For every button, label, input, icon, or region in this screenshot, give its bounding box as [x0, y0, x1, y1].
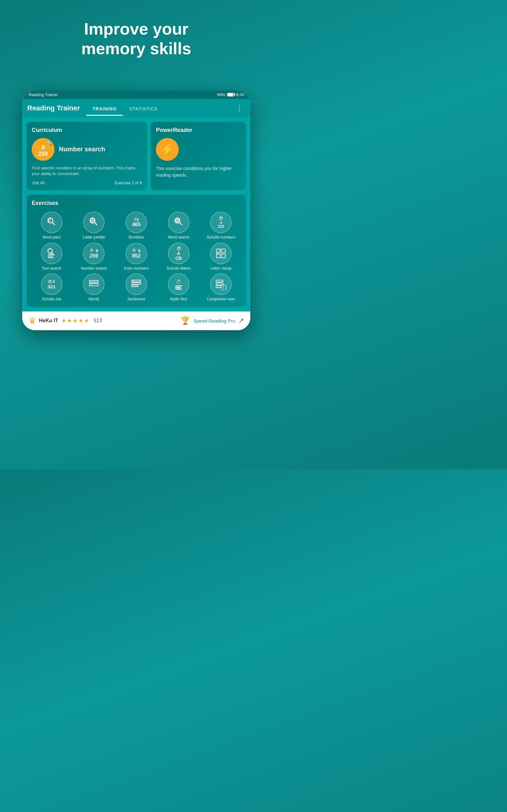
phone-frame: Reading Trainer 99% 8:34 Reading Trainer… — [22, 90, 250, 330]
trophy-icon: 🏆 — [181, 316, 190, 325]
exercise-schulte-letters[interactable]: ⏱ A CB Schulte letters — [159, 243, 199, 271]
exercises-title: Exercises — [32, 200, 241, 206]
svg-text:?: ? — [91, 284, 92, 286]
svg-rect-38 — [216, 286, 221, 288]
crown-icon: ♛ — [29, 316, 36, 326]
star-rating: ★ ★ ★ ★ ★ — [61, 317, 89, 324]
svg-rect-8 — [90, 219, 92, 220]
exercises-grid: Word pairs Letter jumble — [32, 212, 241, 302]
status-app-name: Reading Trainer — [29, 92, 58, 97]
exercise-letter-mixup[interactable]: Letter mixup — [201, 243, 241, 271]
even-numbers-icon-circle: 🔍 9 852 — [125, 243, 147, 264]
exercise-sentences[interactable]: ? Sentences — [116, 273, 156, 302]
app-bar-title: Reading Trainer — [27, 99, 80, 117]
numbers-icon: ?3 465 — [132, 217, 141, 227]
tabs-container: TRAINING STATISTICS — [86, 101, 227, 116]
main-content: Curriculum 🔍 8259 Number search Find spe… — [22, 117, 250, 311]
exercise-text-search[interactable]: Text search — [32, 243, 72, 271]
more-menu-icon[interactable]: ⋮ — [233, 101, 245, 115]
number-search-icon-circle: 🔍 8 259 — [83, 243, 105, 264]
svg-rect-11 — [93, 221, 94, 223]
exercise-word-search[interactable]: Word search — [159, 212, 199, 240]
word-search-icon — [172, 216, 185, 229]
exercise-numbers[interactable]: ?3 465 Numbers — [116, 212, 156, 240]
svg-line-1 — [52, 222, 55, 225]
share-icon[interactable]: ↗ — [238, 316, 244, 325]
schulte-mix-icon: ⏱ A 321 — [48, 280, 55, 290]
schulte-letters-icon: ⏱ A CB — [175, 246, 181, 260]
letter-jumble-icon — [88, 216, 100, 229]
exercise-schulte-mix[interactable]: ⏱ A 321 Schulte mix — [32, 273, 72, 302]
exercise-even-numbers[interactable]: 🔍 9 852 Even numbers — [116, 243, 156, 271]
time-display: 8:34 — [236, 92, 244, 97]
svg-rect-30 — [90, 281, 98, 282]
comprehension-label: Comprehen-sion — [207, 297, 235, 302]
svg-rect-20 — [48, 254, 54, 255]
svg-rect-33 — [132, 283, 141, 284]
exercise-schulte-numbers[interactable]: ⏱ 4 123 Schulte numbers — [201, 212, 241, 240]
battery-percentage: 99% — [217, 92, 225, 97]
word-pairs-label: Word pairs — [43, 235, 61, 240]
even-numbers-icon: 🔍 9 852 — [132, 248, 141, 258]
word-pairs-icon-circle — [41, 212, 62, 233]
battery-icon — [227, 93, 234, 96]
schulte-mix-label: Schulte mix — [42, 297, 61, 302]
comprehension-icon-circle — [210, 273, 232, 295]
app-bar: Reading Trainer TRAINING STATISTICS ⋮ — [22, 99, 250, 117]
text-search-icon — [45, 247, 58, 260]
svg-rect-4 — [48, 220, 51, 220]
sentences-icon: ? — [130, 278, 143, 291]
curriculum-description: Find specific numbers in an array of num… — [32, 165, 142, 177]
svg-line-13 — [179, 222, 182, 225]
wpm-test-label: WpM-Test — [170, 297, 187, 302]
exercise-letter-jumble[interactable]: Letter jumble — [74, 212, 114, 240]
star-1: ★ — [61, 317, 66, 324]
curriculum-header: 🔍 8259 Number search — [32, 138, 142, 161]
lightning-icon-circle: ⚡ — [156, 138, 179, 161]
word-search-icon-circle — [168, 212, 189, 233]
svg-text:?: ? — [132, 280, 134, 282]
exercise-word-pairs[interactable]: Word pairs — [32, 212, 72, 240]
exercise-words[interactable]: ? Words — [74, 273, 114, 302]
curriculum-card[interactable]: Curriculum 🔍 8259 Number search Find spe… — [26, 122, 147, 190]
power-reader-description: This exercise conditions you for higher … — [156, 165, 241, 179]
exercise-wpm-test[interactable]: ⏱ WpM-Test — [159, 273, 199, 302]
hero-section: Improve your memory skills — [43, 19, 229, 74]
schulte-numbers-label: Schulte numbers — [207, 235, 235, 240]
text-search-label: Text search — [42, 266, 61, 271]
word-pairs-icon — [45, 216, 58, 229]
svg-rect-36 — [216, 280, 223, 282]
sentences-label: Sentences — [127, 297, 146, 302]
star-4: ★ — [78, 317, 83, 324]
curriculum-search-icon: 🔍 — [47, 141, 52, 146]
svg-rect-15 — [177, 219, 179, 220]
exercises-card: Exercises Word pairs — [26, 195, 246, 307]
review-count: 513 — [94, 318, 102, 323]
comprehension-svg-icon — [215, 278, 227, 290]
wpm-icon: ⏱ — [175, 279, 182, 290]
schulte-letters-label: Schulte letters — [167, 266, 191, 271]
svg-rect-37 — [216, 283, 223, 285]
svg-rect-2 — [48, 218, 49, 219]
svg-line-7 — [95, 222, 97, 225]
power-reader-card[interactable]: PowerReader ⚡ This exercise conditions y… — [151, 122, 246, 190]
bottom-bar-right: 🏆 Speed-Reading Pro ↗ — [181, 316, 244, 325]
text-search-icon-circle — [41, 243, 62, 264]
svg-rect-22 — [48, 257, 54, 258]
words-icon: ? — [88, 278, 100, 291]
hero-text: Improve your memory skills — [62, 19, 210, 59]
svg-rect-17 — [177, 221, 179, 223]
tab-training[interactable]: TRAINING — [86, 101, 123, 116]
wpm-icon-circle: ⏱ — [168, 273, 189, 295]
schulte-mix-icon-circle: ⏱ A 321 — [41, 273, 62, 295]
curriculum-footer: Unit 40 Exercise 3 of 8 — [32, 181, 142, 185]
svg-rect-5 — [48, 221, 50, 222]
speed-reading-app-name: Speed-Reading Pro — [193, 318, 235, 323]
exercise-number-search[interactable]: 🔍 8 259 Number search — [74, 243, 114, 271]
exercise-comprehension[interactable]: Comprehen-sion — [201, 273, 241, 302]
curriculum-numbers: 8259 — [38, 145, 48, 157]
numbers-label: Numbers — [129, 235, 144, 240]
number-search-label: Number search — [81, 266, 107, 271]
svg-rect-34 — [132, 285, 138, 287]
tab-statistics[interactable]: STATISTICS — [123, 101, 164, 116]
